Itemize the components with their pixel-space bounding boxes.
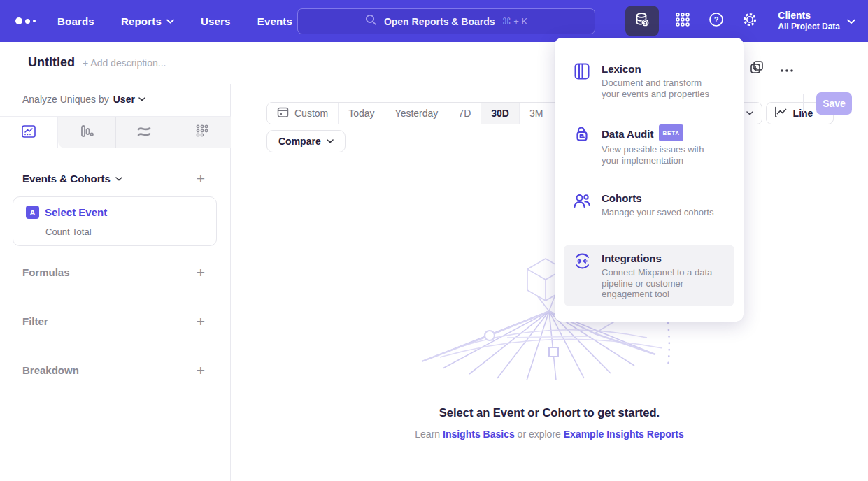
search-placeholder: Open Reports & Boards [384,16,495,27]
chevron-down-icon [847,15,855,27]
empty-state-links: Learn Insights Basics or explore Example… [231,429,868,440]
grid-dots-icon [674,11,691,31]
mixpanel-logo-icon[interactable] [15,17,41,25]
tab-metric-grid[interactable] [173,117,231,148]
insights-basics-link[interactable]: Insights Basics [443,429,515,440]
tab-line-chart[interactable] [0,117,58,148]
stacked-chart-tab-icon [136,123,152,143]
header-divider [803,94,804,113]
date-range-30d[interactable]: 30D [481,103,520,124]
nav-item-events[interactable]: Events [257,15,292,27]
ellipsis-icon [781,62,793,75]
top-navbar: Boards Reports Users Events Open Reports… [0,0,868,42]
menu-item-integrations[interactable]: Integrations Connect Mixpanel to a data … [564,245,734,306]
report-title[interactable]: Untitled [28,55,75,70]
tab-bar-chart[interactable] [58,117,116,148]
org-name: Clients [778,10,840,22]
gear-icon [741,11,758,31]
date-range-3m[interactable]: 3M [520,103,553,124]
metric-grid-tab-icon [194,123,211,143]
series-badge: A [26,206,39,219]
settings-button[interactable] [733,6,767,36]
menu-item-cohorts[interactable]: Cohorts Manage your saved cohorts [564,185,734,225]
data-management-button[interactable] [625,6,659,36]
project-switcher[interactable]: Clients All Project Data [778,10,855,32]
line-chart-icon [774,106,788,120]
chevron-down-icon [166,19,174,24]
add-event-button[interactable]: + [193,171,208,187]
date-range-yesterday[interactable]: Yesterday [385,103,449,124]
date-range-7d[interactable]: 7D [448,103,481,124]
duplicate-report-button[interactable] [746,57,768,80]
integrations-sync-icon [572,252,592,271]
add-description-field[interactable]: + Add description... [83,57,166,69]
apps-grid-button[interactable] [666,6,699,36]
analyze-entity-dropdown[interactable]: User [113,94,145,105]
question-circle-icon: ? [708,11,725,31]
date-range-today[interactable]: Today [339,103,385,124]
cohorts-people-icon [572,192,592,211]
project-name: All Project Data [778,22,840,32]
breakdown-label: Breakdown [22,364,79,376]
analyze-label: Analyze Uniques by [22,94,109,105]
count-total-dropdown[interactable]: Count Total [45,227,92,237]
data-management-menu: Lexicon Document and transform your even… [555,38,744,322]
nav-item-boards[interactable]: Boards [57,15,94,27]
svg-text:?: ? [714,15,719,24]
nav-item-reports[interactable]: Reports [121,15,174,27]
save-button[interactable]: Save [816,92,852,115]
menu-item-lexicon[interactable]: Lexicon Document and transform your even… [564,55,734,106]
calendar-icon [277,106,289,120]
events-cohorts-header[interactable]: Events & Cohorts [22,173,122,185]
analyze-uniques-row: Analyze Uniques by User [22,94,145,105]
database-gear-icon [633,10,651,31]
line-chart-tab-icon [20,123,37,143]
select-event-label[interactable]: Select Event [45,206,107,218]
add-filter-button[interactable]: + [193,314,208,329]
event-selector-card[interactable]: A Select Event Count Total [13,196,217,246]
chevron-down-icon [115,177,122,181]
chart-type-tabs [0,116,231,148]
date-range-control: Custom Today Yesterday 7D 30D 3M 6M [266,102,588,124]
lexicon-icon [572,62,592,82]
chevron-down-icon [327,139,334,143]
chevron-down-icon [746,111,753,115]
filter-label: Filter [22,315,48,327]
date-range-custom[interactable]: Custom [267,103,339,124]
add-breakdown-button[interactable]: + [193,363,208,378]
global-search-input[interactable]: Open Reports & Boards ⌘ + K [297,8,595,34]
bar-chart-tab-icon [78,123,95,143]
beta-badge: BETA [659,124,683,141]
tab-stacked-chart[interactable] [116,117,174,148]
data-audit-lock-icon [572,125,592,145]
example-insights-reports-link[interactable]: Example Insights Reports [564,429,684,440]
formulas-label: Formulas [22,266,70,278]
menu-item-data-audit[interactable]: Data AuditBETA View possible issues with… [564,118,734,173]
search-icon [365,14,377,29]
help-button[interactable]: ? [699,6,733,36]
more-options-button[interactable] [776,57,798,80]
mixpanel-insights-app: Boards Reports Users Events Open Reports… [0,0,868,481]
nav-item-users[interactable]: Users [201,15,231,27]
copy-plus-icon [750,60,764,77]
search-shortcut: ⌘ + K [502,16,528,27]
compare-dropdown[interactable]: Compare [266,130,346,152]
empty-state-title: Select an Event or Cohort to get started… [231,406,868,419]
add-formula-button[interactable]: + [193,265,208,280]
query-sidebar: Analyze Uniques by User [0,84,231,481]
